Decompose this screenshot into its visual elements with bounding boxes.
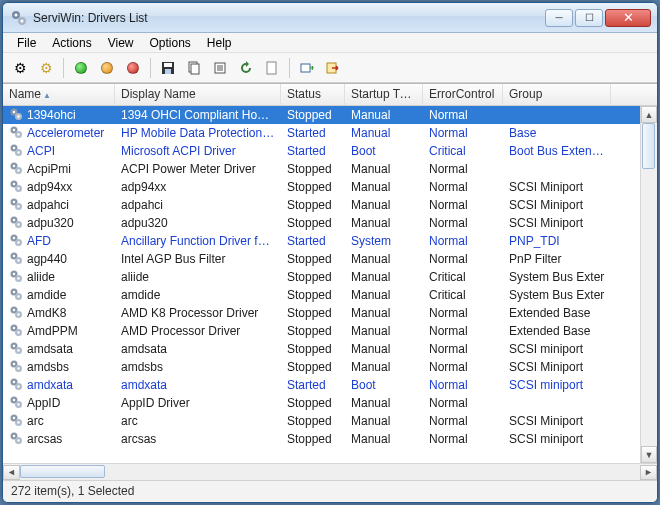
gear-icon — [9, 377, 23, 394]
cell-status: Stopped — [281, 269, 345, 285]
save-icon[interactable] — [157, 57, 179, 79]
cell-name: arc — [27, 414, 44, 428]
table-row[interactable]: 1394ohci1394 OHCI Compliant Host C...Sto… — [3, 106, 657, 124]
cell-name: AmdPPM — [27, 324, 78, 338]
stop-icon[interactable] — [122, 57, 144, 79]
minimize-button[interactable]: ─ — [545, 9, 573, 27]
close-button[interactable]: ✕ — [605, 9, 651, 27]
scroll-thumb[interactable] — [642, 123, 655, 169]
gear-icon — [9, 341, 23, 358]
gear-icon — [9, 395, 23, 412]
col-startup[interactable]: Startup Type — [345, 84, 423, 105]
cell-group: System Bus Exter — [503, 269, 611, 285]
table-row[interactable]: amdsataamdsataStoppedManualNormalSCSI mi… — [3, 340, 657, 358]
table-row[interactable]: AmdPPMAMD Processor DriverStoppedManualN… — [3, 322, 657, 340]
cell-group — [503, 402, 611, 404]
svg-point-42 — [13, 218, 15, 220]
scroll-right-icon[interactable]: ► — [640, 465, 657, 480]
cell-status: Stopped — [281, 107, 345, 123]
find-icon[interactable] — [296, 57, 318, 79]
menu-file[interactable]: File — [9, 34, 44, 52]
pause-icon[interactable] — [96, 57, 118, 79]
cell-display: arc — [115, 413, 281, 429]
cell-status: Started — [281, 125, 345, 141]
scroll-thumb[interactable] — [20, 465, 105, 478]
table-row[interactable]: ACPIMicrosoft ACPI DriverStartedBootCrit… — [3, 142, 657, 160]
gear-icon — [9, 359, 23, 376]
new-icon[interactable] — [261, 57, 283, 79]
menu-view[interactable]: View — [100, 34, 142, 52]
maximize-button[interactable]: ☐ — [575, 9, 603, 27]
svg-point-87 — [17, 421, 19, 423]
table-row[interactable]: AcpiPmiACPI Power Meter DriverStoppedMan… — [3, 160, 657, 178]
svg-point-78 — [13, 380, 15, 382]
properties-icon[interactable] — [209, 57, 231, 79]
col-error[interactable]: ErrorControl — [423, 84, 503, 105]
scroll-track[interactable] — [20, 465, 640, 480]
table-row[interactable]: arcsasarcsasStoppedManualNormalSCSI mini… — [3, 430, 657, 448]
cell-startup: Manual — [345, 269, 423, 285]
window-title: ServiWin: Drivers List — [33, 11, 545, 25]
copy-icon[interactable] — [183, 57, 205, 79]
horizontal-scrollbar[interactable]: ◄ ► — [3, 463, 657, 480]
sort-asc-icon: ▲ — [43, 91, 51, 100]
cell-error: Critical — [423, 269, 503, 285]
gear-icon — [9, 431, 23, 448]
cell-display: adpahci — [115, 197, 281, 213]
col-display[interactable]: Display Name — [115, 84, 281, 105]
cell-error: Normal — [423, 251, 503, 267]
scroll-left-icon[interactable]: ◄ — [3, 465, 20, 480]
drivers-view-icon[interactable]: ⚙ — [35, 57, 57, 79]
cell-startup: Manual — [345, 251, 423, 267]
col-name[interactable]: Name▲ — [3, 84, 115, 105]
scroll-up-icon[interactable]: ▲ — [641, 106, 657, 123]
refresh-icon[interactable] — [235, 57, 257, 79]
svg-point-43 — [17, 223, 19, 225]
table-row[interactable]: AmdK8AMD K8 Processor DriverStoppedManua… — [3, 304, 657, 322]
cell-group: Extended Base — [503, 323, 611, 339]
cell-name: adpu320 — [27, 216, 74, 230]
menu-actions[interactable]: Actions — [44, 34, 99, 52]
cell-error: Normal — [423, 305, 503, 321]
table-row[interactable]: AccelerometerHP Mobile Data Protection S… — [3, 124, 657, 142]
rows-container[interactable]: 1394ohci1394 OHCI Compliant Host C...Sto… — [3, 106, 657, 463]
table-row[interactable]: amdideamdideStoppedManualCriticalSystem … — [3, 286, 657, 304]
table-row[interactable]: amdsbsamdsbsStoppedManualNormalSCSI Mini… — [3, 358, 657, 376]
table-row[interactable]: amdxataamdxataStartedBootNormalSCSI mini… — [3, 376, 657, 394]
cell-display: amdxata — [115, 377, 281, 393]
col-status[interactable]: Status — [281, 84, 345, 105]
svg-point-46 — [13, 236, 15, 238]
table-row[interactable]: agp440Intel AGP Bus FilterStoppedManualN… — [3, 250, 657, 268]
gear-icon — [9, 287, 23, 304]
table-row[interactable]: adpahciadpahciStoppedManualNormalSCSI Mi… — [3, 196, 657, 214]
table-row[interactable]: adp94xxadp94xxStoppedManualNormalSCSI Mi… — [3, 178, 657, 196]
svg-point-59 — [17, 295, 19, 297]
start-icon[interactable] — [70, 57, 92, 79]
svg-point-55 — [17, 277, 19, 279]
col-group[interactable]: Group — [503, 84, 611, 105]
svg-point-91 — [17, 439, 19, 441]
exit-icon[interactable] — [322, 57, 344, 79]
gear-icon — [9, 107, 23, 124]
table-row[interactable]: aliidealiideStoppedManualCriticalSystem … — [3, 268, 657, 286]
cell-name: AppID — [27, 396, 60, 410]
table-row[interactable]: adpu320adpu320StoppedManualNormalSCSI Mi… — [3, 214, 657, 232]
cell-status: Stopped — [281, 431, 345, 447]
vertical-scrollbar[interactable]: ▲ ▼ — [640, 106, 657, 463]
cell-display: amdsata — [115, 341, 281, 357]
titlebar[interactable]: ServiWin: Drivers List ─ ☐ ✕ — [3, 3, 657, 33]
table-row[interactable]: AFDAncillary Function Driver for ...Star… — [3, 232, 657, 250]
scroll-track[interactable] — [641, 123, 657, 446]
menu-options[interactable]: Options — [142, 34, 199, 52]
table-row[interactable]: AppIDAppID DriverStoppedManualNormal — [3, 394, 657, 412]
cell-status: Stopped — [281, 251, 345, 267]
cell-group: System Bus Exter — [503, 287, 611, 303]
cell-status: Stopped — [281, 287, 345, 303]
table-row[interactable]: arcarcStoppedManualNormalSCSI Miniport — [3, 412, 657, 430]
menu-help[interactable]: Help — [199, 34, 240, 52]
scroll-down-icon[interactable]: ▼ — [641, 446, 657, 463]
gear-icon — [9, 215, 23, 232]
services-view-icon[interactable]: ⚙ — [9, 57, 31, 79]
svg-point-82 — [13, 398, 15, 400]
cell-group: PNP_TDI — [503, 233, 611, 249]
